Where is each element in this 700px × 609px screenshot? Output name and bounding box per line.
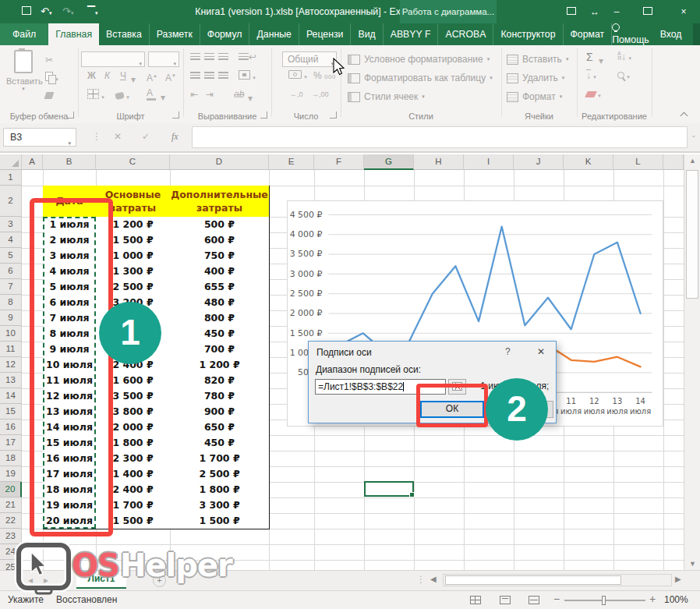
row-header-13[interactable]: 13	[0, 373, 22, 388]
column-header-D[interactable]: D	[170, 154, 269, 170]
paste-button[interactable]: Вставить ▾	[6, 50, 41, 109]
cells-item-2[interactable]: Удалить▾	[507, 70, 564, 86]
sign-in-link[interactable]: Вход	[660, 29, 682, 40]
row-header-17[interactable]: 17	[0, 435, 22, 451]
row-header-4[interactable]: 4	[0, 232, 22, 248]
increase-indent-icon[interactable]: ⇥	[206, 89, 214, 100]
row-header-12[interactable]: 12	[0, 357, 22, 373]
clear-eraser-icon[interactable]: ▾	[586, 89, 601, 101]
tab-вид[interactable]: Вид	[351, 23, 383, 45]
normal-view-icon[interactable]	[470, 596, 481, 604]
table-cell-extra[interactable]: 780 ₽	[170, 388, 270, 405]
percent-style-icon[interactable]: %	[313, 70, 322, 81]
cut-icon[interactable]: ✂	[45, 55, 53, 66]
column-header-F[interactable]: F	[314, 154, 364, 170]
row-header-9[interactable]: 9	[0, 310, 22, 326]
tab-вставка[interactable]: Вставка	[99, 23, 150, 45]
tab-acroba[interactable]: ACROBA	[438, 23, 493, 45]
collapse-ribbon-icon[interactable]	[681, 108, 687, 122]
copy-icon[interactable]: ▾	[45, 72, 58, 85]
table-cell-extra[interactable]: 800 ₽	[170, 310, 270, 327]
bold-button[interactable]: Ж	[87, 70, 96, 81]
styles-item-1[interactable]: Условное форматирование▾	[348, 51, 490, 67]
italic-button[interactable]: К	[104, 70, 110, 81]
table-cell-extra[interactable]: 900 ₽	[170, 404, 270, 420]
namebox-splitter[interactable]: ⋮	[92, 131, 101, 142]
autosum-dropdown-icon[interactable]: ▾	[599, 55, 603, 66]
align-middle-icon[interactable]	[204, 51, 214, 62]
cells-item-3[interactable]: Формат▾	[507, 89, 562, 104]
tab-splitter[interactable]: ⋮	[416, 574, 426, 585]
insert-function-icon[interactable]: fx	[171, 131, 179, 143]
underline-button[interactable]: Ч	[120, 70, 126, 81]
page-layout-view-icon[interactable]	[500, 596, 511, 604]
table-cell-extra[interactable]: 450 ₽	[170, 326, 270, 342]
dialog-launcher-icon[interactable]	[172, 112, 179, 119]
table-cell-extra[interactable]: 480 ₽	[170, 295, 270, 311]
align-left-icon[interactable]	[190, 70, 200, 81]
dialog-help-button[interactable]: ?	[505, 346, 511, 357]
row-header-16[interactable]: 16	[0, 420, 22, 435]
orientation-icon[interactable]: ab	[234, 89, 244, 100]
save-icon[interactable]	[22, 5, 31, 18]
increase-decimal-icon[interactable]: ←,0	[290, 89, 303, 100]
accounting-format-icon[interactable]: ▾	[288, 70, 307, 83]
underline-dropdown-icon[interactable]: ▾	[131, 74, 136, 85]
row-header-2[interactable]: 2	[0, 186, 22, 217]
zoom-in-icon[interactable]: +	[649, 593, 656, 605]
merge-center-icon[interactable]: ▾	[239, 70, 256, 83]
enter-entry-icon[interactable]: ✓	[142, 131, 150, 142]
align-right-icon[interactable]	[218, 70, 228, 81]
column-header-G[interactable]: G	[364, 154, 414, 170]
align-top-icon[interactable]	[190, 51, 200, 62]
table-cell-extra[interactable]: 1 800 ₽	[170, 482, 270, 498]
table-cell-extra[interactable]: 500 ₽	[170, 217, 270, 233]
scroll-up-icon[interactable]: ▲	[689, 157, 696, 165]
tab-help[interactable]: Помощь	[612, 23, 649, 45]
table-cell-extra[interactable]: 820 ₽	[170, 373, 270, 389]
table-cell-extra[interactable]: 700 ₽	[170, 342, 270, 358]
ribbon-display-options-icon[interactable]	[560, 0, 583, 23]
redo-icon[interactable]: ↷▾	[62, 5, 73, 19]
borders-icon[interactable]: ▾	[87, 89, 104, 103]
sort-filter-icon[interactable]: АЯ↓ ▾	[617, 51, 631, 64]
row-header-18[interactable]: 18	[0, 451, 22, 466]
tab-конструктор[interactable]: Конструктор	[493, 23, 563, 45]
maximize-button[interactable]	[636, 0, 659, 23]
row-header-21[interactable]: 21	[0, 497, 22, 513]
number-format-combo[interactable]: Общий▾	[282, 51, 337, 67]
share-button[interactable]: Общий доступ	[693, 23, 700, 45]
find-select-icon[interactable]: ▾	[617, 70, 630, 83]
increase-font-icon[interactable]: А▲	[147, 70, 157, 83]
tab-формул[interactable]: Формул	[200, 23, 250, 45]
dialog-close-button[interactable]: ✕	[530, 346, 552, 357]
column-header-H[interactable]: H	[414, 154, 464, 170]
row-header-7[interactable]: 7	[0, 279, 22, 295]
row-header-19[interactable]: 19	[0, 466, 22, 482]
styles-item-3[interactable]: Стили ячеек▾	[348, 89, 425, 104]
table-cell-extra[interactable]: 450 ₽	[170, 435, 270, 451]
row-header-20[interactable]: 20	[0, 482, 22, 497]
formula-input[interactable]	[192, 126, 688, 148]
wrap-text-icon[interactable]: ↩	[239, 51, 256, 62]
styles-item-2[interactable]: Форматировать как таблицу▾	[348, 70, 493, 86]
vertical-scrollbar[interactable]: ▲ ▼	[684, 154, 700, 570]
column-header-partial[interactable]	[663, 154, 684, 170]
tab-данные[interactable]: Данные	[249, 23, 299, 45]
zoom-out-icon[interactable]: −	[553, 593, 560, 605]
font-size-combo[interactable]: ▾	[148, 51, 179, 67]
row-header-3[interactable]: 3	[0, 217, 22, 232]
vscroll-thumb[interactable]	[686, 170, 698, 299]
dialog-launcher-icon[interactable]	[330, 112, 337, 119]
horizontal-scrollbar[interactable]	[443, 574, 672, 586]
resize-arrows-icon[interactable]: ↔	[585, 0, 605, 23]
column-header-B[interactable]: B	[43, 154, 96, 170]
name-box[interactable]: B3▾	[3, 128, 76, 147]
close-button[interactable]: ×	[670, 0, 697, 23]
table-cell-extra[interactable]: 650 ₽	[170, 420, 270, 436]
cancel-entry-icon[interactable]: ✕	[114, 131, 122, 142]
column-header-E[interactable]: E	[269, 154, 314, 170]
row-header-15[interactable]: 15	[0, 404, 22, 420]
customize-quick-access-icon[interactable]: ▔▾	[87, 5, 98, 19]
autosum-icon[interactable]: Σ	[586, 51, 593, 62]
